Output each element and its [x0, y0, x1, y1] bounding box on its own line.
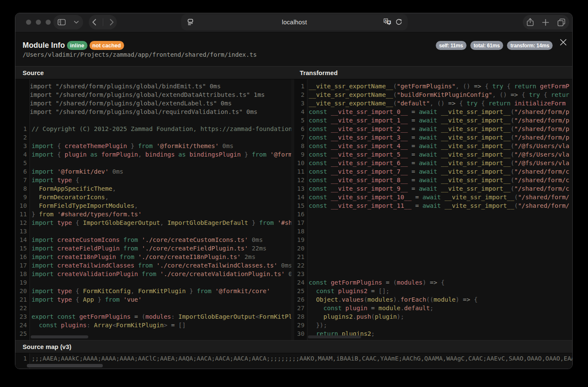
transformed-horizontal-scrollbar[interactable] — [308, 335, 361, 338]
status-badge-not-cached: not cached — [90, 41, 124, 50]
panel-headers: Source Transformed — [15, 66, 572, 79]
code-line: const __vite_ssr_import_8__ = await __vi… — [309, 176, 572, 184]
code-line — [309, 236, 572, 244]
code-line: import createValidationPlugin from './co… — [32, 270, 291, 278]
code-line — [309, 210, 572, 218]
line-number: 1 — [15, 125, 29, 133]
line-number: 3 — [15, 142, 29, 150]
close-window-button[interactable] — [26, 20, 31, 25]
code-line: const __vite_ssr_import_1__ = await __vi… — [309, 116, 572, 125]
line-number: 2 — [294, 90, 307, 99]
code-line: const getFormPlugins = (modules) => { — [309, 278, 572, 287]
panel-splitter[interactable] — [291, 79, 294, 340]
address-bar[interactable]: localhost A ✱ — [181, 14, 408, 30]
source-code[interactable]: import "/shared/form/plugins/global/bind… — [30, 79, 291, 340]
line-number: 23 — [15, 312, 29, 321]
navigation-group — [89, 15, 117, 29]
svg-text:✱: ✱ — [388, 20, 391, 24]
sidebar-icon[interactable] — [58, 19, 66, 26]
line-number: 30 — [294, 329, 307, 338]
line-number: 6 — [15, 167, 29, 176]
line-number: 9 — [15, 193, 29, 201]
sourcemap-code[interactable]: ;;;AAEA;AAAkC;AAAA;AAAA;AAAA;AAClC;AAEA;… — [30, 353, 572, 369]
line-number: 14 — [15, 236, 29, 244]
code-line: const __vite_ssr_import_11__ = await __v… — [309, 201, 572, 210]
sourcemap-title: Source map (v3) — [23, 343, 71, 350]
line-number: 13 — [294, 184, 307, 193]
reload-button[interactable] — [395, 18, 403, 26]
sourcemap-horizontal-scrollbar[interactable] — [27, 364, 103, 367]
code-line: } from '#shared/types/form.ts' — [32, 210, 291, 218]
code-line: __vite_ssr_exportName__("buildFormKitPlu… — [309, 90, 572, 99]
code-line: const __vite_ssr_import_2__ = await __vi… — [309, 125, 572, 133]
code-line: import "/shared/form/plugins/global/bind… — [30, 82, 291, 90]
line-number: 26 — [294, 295, 307, 304]
share-icon[interactable] — [527, 18, 534, 26]
sidebar-toolbar-group — [53, 15, 83, 29]
line-number: 20 — [15, 287, 29, 295]
code-line: }); — [309, 321, 572, 329]
line-number: 1 — [15, 354, 29, 363]
translate-icon[interactable]: A ✱ — [383, 18, 391, 26]
forward-button[interactable] — [110, 19, 114, 26]
toolbar-actions-group — [523, 15, 569, 29]
line-number: 6 — [294, 125, 307, 133]
close-panel-button[interactable] — [559, 38, 568, 47]
url-text[interactable]: localhost — [181, 19, 408, 26]
line-number: 11 — [15, 210, 29, 218]
code-line: FormDecoratorIcons, — [32, 193, 291, 201]
code-line: const plugins2 = []; — [309, 287, 572, 295]
code-line: const __vite_ssr_import_9__ = await __vi… — [309, 184, 572, 193]
line-number: 16 — [15, 253, 29, 261]
transformed-panel: 1234567891011121314151617181920212223242… — [294, 79, 572, 340]
code-line: import "/shared/form/plugins/global/exte… — [30, 99, 291, 108]
code-line: import { plugin as formPlugin, bindings … — [32, 150, 291, 159]
code-line: const plugin = module.default; — [309, 304, 572, 312]
code-line: // Copyright (C) 2012-2025 Zammad Founda… — [32, 125, 291, 133]
code-line: import type { FormKitConfig, FormKitPlug… — [32, 287, 291, 295]
sourcemap-header: Source map (v3) — [15, 340, 572, 353]
source-line-numbers: 1234567891011121314151617181920212223242… — [15, 79, 30, 340]
back-button[interactable] — [92, 19, 96, 26]
code-line — [309, 218, 572, 227]
nav-divider — [103, 18, 103, 26]
line-number: 12 — [15, 218, 29, 227]
chevron-down-icon[interactable] — [74, 20, 79, 24]
line-number: 10 — [15, 201, 29, 210]
line-number: 8 — [294, 142, 307, 150]
line-number: 22 — [294, 261, 307, 270]
line-number: 27 — [294, 304, 307, 312]
line-number: 1 — [294, 82, 307, 90]
minimize-window-button[interactable] — [36, 20, 41, 25]
line-number: 2 — [15, 133, 29, 142]
code-line: import { createThemePlugin } from '@form… — [32, 142, 291, 150]
line-number — [15, 108, 29, 116]
module-path: /Users/vladimir/Projects/zammad/app/fron… — [23, 51, 257, 58]
tab-overview-icon[interactable] — [557, 18, 565, 26]
code-line — [309, 253, 572, 261]
code-line: import '@formkit/dev' 0ms — [32, 167, 291, 176]
sourcemap-section: 1 ;;;AAEA;AAAkC;AAAA;AAAA;AAAA;AAClC;AAE… — [15, 353, 572, 369]
line-number: 4 — [15, 150, 29, 159]
line-number: 24 — [15, 321, 29, 329]
code-line — [309, 227, 572, 236]
transformed-code[interactable]: __vite_ssr_exportName__("getFormPlugins"… — [307, 79, 572, 340]
source-horizontal-scrollbar[interactable] — [31, 335, 88, 338]
code-line: const __vite_ssr_import_10__ = await __v… — [309, 193, 572, 201]
line-number: 19 — [294, 236, 307, 244]
code-line — [32, 278, 291, 287]
line-number: 9 — [294, 150, 307, 159]
line-number — [15, 90, 29, 99]
code-line: import type { — [32, 176, 291, 184]
zoom-window-button[interactable] — [46, 20, 51, 25]
line-number: 5 — [294, 116, 307, 125]
timing-badge-total: total: 61ms — [470, 41, 503, 50]
line-number: 12 — [294, 176, 307, 184]
new-tab-icon[interactable] — [542, 19, 549, 26]
code-line: const plugins: Array<FormKitPlugin> = [] — [32, 321, 291, 329]
code-line: __vite_ssr_exportName__("default", () =>… — [309, 99, 572, 108]
code-line — [32, 304, 291, 312]
code-line: __vite_ssr_exportName__("getFormPlugins"… — [309, 82, 572, 90]
code-line: const __vite_ssr_import_7__ = await __vi… — [309, 167, 572, 176]
code-line — [32, 133, 291, 142]
